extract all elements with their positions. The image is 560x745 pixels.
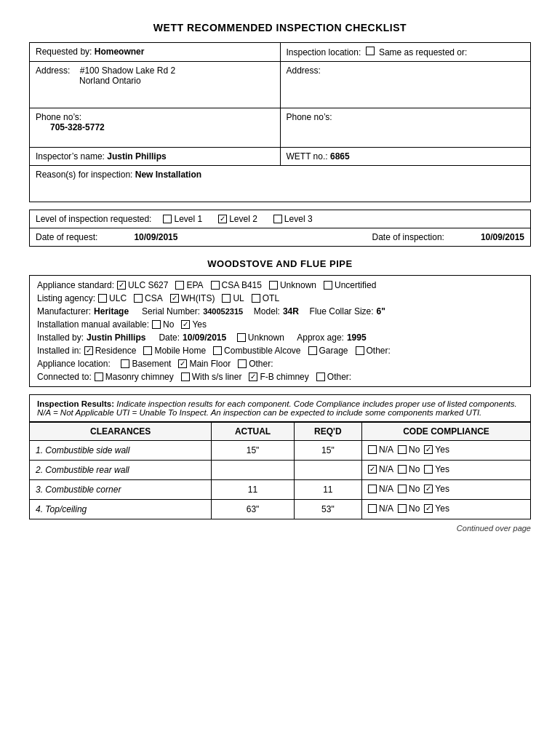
compliance-yes-2-checkbox [424,485,433,493]
address-left-label: Address: [36,65,70,76]
header-row-2: Address: #100 Shadow Lake Rd 2 Norland O… [30,62,530,108]
inspection-location-text: Same as requested or: [379,47,467,57]
connected-fb-chimney-checkbox [249,372,257,381]
clearance-actual-2: 11 [212,480,294,500]
level2-label: Level 2 [229,214,257,224]
compliance-na-1: N/A [368,464,393,474]
connected-masonry-checkbox [95,372,103,381]
header-row-5: Reason(s) for inspection: New Installati… [30,166,530,202]
approx-age-label: Approx age: [297,332,344,343]
manual-row: Installation manual available: No Yes [37,319,523,330]
location-other-checkbox [238,359,247,368]
header-row-3: Phone no’s: 705-328-5772 Phone no’s: [30,108,530,148]
installed-date-value: 10/09/2015 [183,332,226,343]
col-compliance: CODE COMPLIANCE [361,423,530,441]
connected-fb-chimney: F-B chimney [249,372,308,382]
compliance-na-3-checkbox [368,504,377,513]
level3-label: Level 3 [284,214,313,224]
model-value: 34R [283,306,299,316]
header-row-4: Inspector’s name: Justin Phillips WETT n… [30,148,530,166]
connected-ss-liner: With s/s liner [181,372,242,382]
clearances-table: CLEARANCES ACTUAL REQ'D CODE COMPLIANCE … [29,422,531,519]
agency-csa-checkbox [134,294,143,303]
installed-in-label: Installed in: [37,346,81,356]
inspection-location-label: Inspection location: [287,47,361,57]
requested-by-cell: Requested by: Homeowner [30,43,281,61]
std-csa-b415-checkbox [211,281,220,290]
appliance-section: Appliance standard: ULC S627 EPA CSA B41… [29,275,531,387]
inspector-value: Justin Phillips [107,151,166,162]
location-other: Other: [238,359,273,369]
phone-left-value: 705-328-5772 [36,122,105,132]
location-main-floor-checkbox [178,359,187,368]
appliance-standard-label: Appliance standard: [37,280,114,290]
phone-right-cell: Phone no’s: [281,108,531,147]
agency-ulc-checkbox [98,294,107,303]
level3-cb: Level 3 [273,214,313,224]
compliance-yes-2: Yes [424,484,449,494]
compliance-no-0: No [398,445,420,455]
wett-value: 6865 [330,151,350,162]
installed-unknown-cb: Unknown [237,332,284,343]
address-left-cell: Address: #100 Shadow Lake Rd 2 Norland O… [30,62,281,108]
clearance-compliance-1: N/ANoYes [361,461,530,480]
phone-left-label: Phone no’s: [36,112,81,122]
clearance-actual-0: 15" [212,441,294,461]
flue-label: Flue Collar Size: [310,306,374,316]
installed-by-row: Installed by: Justin Phillips Date: 10/0… [37,332,523,343]
compliance-no-3-checkbox [398,504,407,513]
compliance-yes-1-checkbox [424,465,433,474]
clearances-row-1: 2. Combustible rear wallN/ANoYes [30,461,531,480]
manual-yes-checkbox [181,320,190,329]
requested-by-label: Requested by: [36,47,92,57]
wett-label: WETT no.: [287,151,328,162]
clearance-reqd-0: 15" [294,441,361,461]
compliance-no-2-checkbox [398,485,407,493]
level-date-section: Level of inspection requested: Level 1 L… [29,210,531,247]
std-ulc-s627-checkbox [117,281,126,290]
appliance-standard-row: Appliance standard: ULC S627 EPA CSA B41… [37,280,523,290]
installed-unknown-checkbox [237,333,246,342]
location-basement-checkbox [121,359,129,368]
installed-by-value: Justin Phillips [87,332,145,343]
level1-label: Level 1 [174,214,202,224]
listing-agency-row: Listing agency: ULC CSA WH(ITS) UL OTL [37,293,523,303]
compliance-yes-1: Yes [424,464,449,474]
listing-agency-label: Listing agency: [37,293,95,303]
agency-otl: OTL [252,293,279,303]
installed-in-mobile-checkbox [143,346,152,355]
reason-value: New Installation [135,170,201,180]
col-reqd: REQ'D [294,423,361,441]
installed-in-other: Other: [356,346,391,356]
std-unknown-checkbox [269,281,278,290]
woodstove-title: WOODSTOVE AND FLUE PIPE [29,258,531,269]
location-main-floor: Main Floor [178,359,231,369]
inspector-cell: Inspector’s name: Justin Phillips [30,148,281,165]
std-epa-checkbox [175,281,184,290]
continued-text: Continued over page [29,524,531,533]
header-info-grid: Requested by: Homeowner Inspection locat… [29,42,531,202]
connected-to-row: Connected to: Masonry chimney With s/s l… [37,372,523,382]
installed-in-alcove-checkbox [213,346,222,355]
connected-masonry: Masonry chimney [95,372,174,382]
manufacturer-row: Manufacturer: Heritage Serial Number: 34… [37,306,523,316]
installed-in-residence: Residence [84,346,137,356]
manual-no-cb: No [152,319,174,330]
installed-in-alcove: Combustible Alcove [213,346,300,356]
address-right-cell: Address: [281,62,531,108]
manufacturer-value: Heritage [94,306,129,316]
col-actual: ACTUAL [212,423,294,441]
appliance-location-label: Appliance location: [37,359,111,369]
installed-by-label: Installed by: [37,332,84,343]
agency-ulc: ULC [98,293,127,303]
connected-to-label: Connected to: [37,372,92,382]
compliance-na-1-checkbox [368,465,377,474]
clearance-item-0: 1. Combustible side wall [30,441,212,461]
clearance-item-3: 4. Top/ceiling [30,500,212,519]
agency-whits-checkbox [170,294,179,303]
clearances-row-0: 1. Combustible side wall15"15"N/ANoYes [30,441,531,461]
reason-cell: Reason(s) for inspection: New Installati… [30,166,530,202]
compliance-na-2: N/A [368,484,393,494]
compliance-yes-0: Yes [424,445,449,455]
std-uncertified-checkbox [324,281,332,290]
